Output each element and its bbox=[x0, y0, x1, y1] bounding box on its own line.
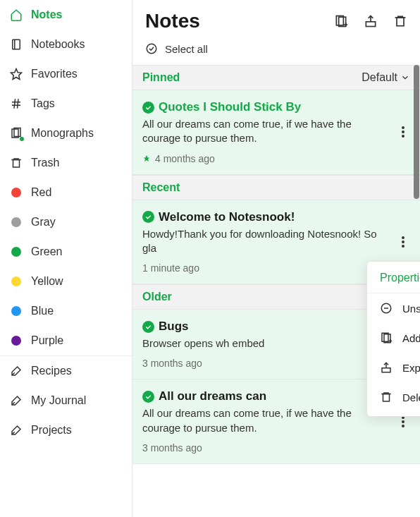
sidebar-item-label: Recipes bbox=[31, 365, 72, 377]
shortcut-icon bbox=[10, 365, 23, 377]
sidebar-item-label: Blue bbox=[31, 305, 54, 317]
home-icon bbox=[10, 8, 23, 21]
book-icon bbox=[10, 38, 23, 51]
chevron-down-icon bbox=[400, 73, 410, 83]
color-dot-icon bbox=[10, 216, 23, 229]
sidebar-item-label: Projects bbox=[31, 424, 72, 437]
color-dot-icon bbox=[10, 334, 23, 347]
sidebar-color-gray[interactable]: Gray bbox=[0, 207, 132, 237]
sidebar-item-label: Notes bbox=[31, 8, 62, 21]
svg-point-21 bbox=[402, 241, 404, 243]
ctx-item-label: Export bbox=[402, 362, 420, 374]
svg-marker-2 bbox=[11, 69, 22, 80]
sidebar-item-tags[interactable]: Tags bbox=[0, 89, 132, 118]
svg-rect-0 bbox=[13, 39, 20, 49]
check-icon bbox=[142, 211, 154, 223]
svg-point-22 bbox=[402, 245, 404, 248]
note-timestamp: 3 months ago bbox=[142, 358, 202, 369]
section-label: Older bbox=[142, 291, 172, 303]
sidebar-color-green[interactable]: Green bbox=[0, 237, 132, 267]
svg-point-20 bbox=[402, 236, 404, 239]
trash-icon bbox=[10, 157, 23, 169]
note-timestamp: 3 months ago bbox=[142, 442, 202, 454]
add-book-icon bbox=[380, 332, 393, 344]
sidebar-color-blue[interactable]: Blue bbox=[0, 296, 132, 326]
export-icon bbox=[380, 361, 393, 374]
ctx-item-label: Add to notebook(s) bbox=[402, 332, 420, 344]
svg-rect-36 bbox=[383, 394, 390, 402]
note-timestamp: 1 minute ago bbox=[142, 262, 199, 274]
page-title: Notes bbox=[145, 10, 200, 32]
main-panel: Notes Select all Pinned Default bbox=[132, 0, 420, 517]
note-meta: 3 months ago bbox=[142, 442, 392, 454]
pin-icon bbox=[142, 154, 151, 163]
sidebar-item-favorites[interactable]: Favorites bbox=[0, 59, 132, 89]
note-menu-button[interactable] bbox=[395, 233, 412, 250]
svg-rect-35 bbox=[382, 368, 390, 372]
sidebar-shortcut-projects[interactable]: Projects bbox=[0, 415, 132, 445]
sidebar-shortcut-recipes[interactable]: Recipes bbox=[0, 356, 132, 386]
ctx-item-label: Delete bbox=[402, 391, 420, 403]
scrollbar-thumb[interactable] bbox=[414, 65, 419, 199]
note-meta: 3 months ago bbox=[142, 358, 392, 369]
check-icon bbox=[142, 391, 154, 403]
sidebar-shortcut-journal[interactable]: My Journal bbox=[0, 386, 132, 415]
note-body: Howdy!Thank you for downloading Notesnoo… bbox=[142, 227, 392, 256]
sidebar-item-label: Red bbox=[31, 186, 51, 199]
sidebar-color-purple[interactable]: Purple bbox=[0, 326, 132, 355]
sort-label: Default bbox=[362, 71, 397, 84]
context-menu: Properties Unselect Add to notebook(s) E… bbox=[366, 261, 420, 417]
section-recent: Recent bbox=[132, 175, 420, 200]
svg-point-16 bbox=[147, 44, 156, 54]
svg-point-18 bbox=[402, 130, 404, 133]
sidebar-color-yellow[interactable]: Yellow bbox=[0, 267, 132, 296]
svg-point-28 bbox=[402, 425, 404, 427]
ctx-export[interactable]: Export bbox=[367, 353, 420, 382]
topbar-actions bbox=[334, 14, 407, 28]
svg-point-19 bbox=[402, 135, 404, 138]
svg-point-27 bbox=[402, 420, 404, 423]
sidebar-item-label: Notebooks bbox=[31, 38, 85, 51]
note-menu-button[interactable] bbox=[395, 123, 412, 140]
sort-dropdown[interactable]: Default bbox=[362, 71, 410, 84]
add-notebook-icon[interactable] bbox=[334, 14, 348, 28]
ctx-unselect[interactable]: Unselect bbox=[367, 293, 420, 323]
sidebar-item-label: Green bbox=[31, 245, 62, 258]
color-dot-icon bbox=[10, 275, 23, 288]
note-body: All our dreams can come true, if we have… bbox=[142, 117, 392, 146]
sidebar-item-trash[interactable]: Trash bbox=[0, 148, 132, 178]
ctx-item-label: Unselect bbox=[402, 303, 420, 315]
check-icon bbox=[142, 102, 154, 114]
note-body: Browser opens wh embed bbox=[142, 336, 392, 351]
svg-rect-14 bbox=[366, 22, 375, 27]
sidebar-item-label: Tags bbox=[31, 97, 55, 110]
section-label: Recent bbox=[142, 181, 180, 194]
note-meta: 1 minute ago bbox=[142, 262, 392, 274]
note-item[interactable]: Quotes I Should Stick By All our dreams … bbox=[132, 90, 420, 175]
ctx-delete[interactable]: Delete bbox=[367, 382, 420, 412]
sidebar-item-notebooks[interactable]: Notebooks bbox=[0, 30, 132, 59]
select-all-icon bbox=[145, 42, 158, 55]
select-all-button[interactable]: Select all bbox=[132, 38, 420, 65]
note-title: Welcome to Notesnook! bbox=[159, 210, 295, 224]
svg-point-17 bbox=[402, 126, 404, 129]
note-body: All our dreams can come true, if we have… bbox=[142, 406, 392, 435]
ctx-add-notebook[interactable]: Add to notebook(s) bbox=[367, 323, 420, 353]
sidebar-item-label: Gray bbox=[31, 216, 56, 229]
sidebar-item-monographs[interactable]: Monographs bbox=[0, 118, 132, 148]
context-menu-header: Properties bbox=[367, 262, 420, 293]
export-icon[interactable] bbox=[364, 14, 378, 28]
sidebar-item-label: Monographs bbox=[31, 127, 94, 140]
svg-rect-9 bbox=[13, 160, 20, 168]
sidebar-item-notes[interactable]: Notes bbox=[0, 0, 132, 30]
unselect-icon bbox=[380, 302, 393, 315]
trash-icon[interactable] bbox=[393, 14, 407, 28]
note-title: Bugs bbox=[159, 320, 189, 334]
select-all-label: Select all bbox=[165, 43, 208, 55]
sidebar-item-label: Yellow bbox=[31, 275, 63, 288]
section-label: Pinned bbox=[142, 71, 180, 84]
sidebar-item-label: My Journal bbox=[31, 394, 86, 407]
sidebar-item-label: Purple bbox=[31, 334, 63, 347]
sidebar-item-label: Favorites bbox=[31, 68, 78, 80]
sidebar-color-red[interactable]: Red bbox=[0, 178, 132, 207]
